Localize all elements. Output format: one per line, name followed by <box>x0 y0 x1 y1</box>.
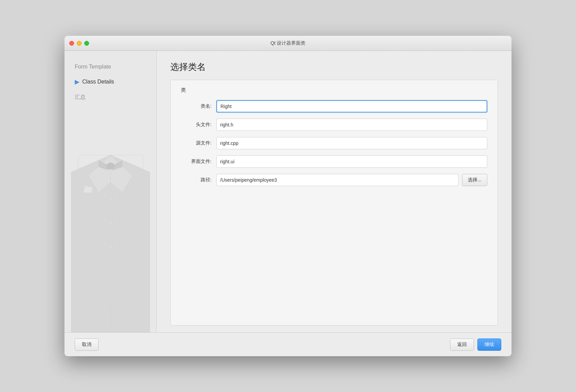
continue-button[interactable]: 继续 <box>477 338 501 351</box>
back-button[interactable]: 返回 <box>450 338 474 351</box>
class-name-label: 类名: <box>181 103 212 109</box>
sidebar-nav: Form Template ▶ Class Details 汇总 <box>64 51 156 113</box>
sidebar-item-class-details[interactable]: ▶ Class Details <box>71 75 149 88</box>
main-window: Qt 设计器界面类 <box>64 36 512 356</box>
ui-file-input[interactable] <box>216 155 487 168</box>
ui-file-label: 界面文件: <box>181 159 212 165</box>
cancel-button[interactable]: 取消 <box>75 338 99 351</box>
sidebar-item-summary[interactable]: 汇总 <box>71 91 149 104</box>
svg-point-7 <box>106 163 115 169</box>
source-file-label: 源文件: <box>181 140 212 146</box>
path-input[interactable] <box>216 174 459 186</box>
source-file-input[interactable] <box>216 137 487 149</box>
minimize-button[interactable] <box>77 41 82 46</box>
class-name-row: 类名: <box>181 100 487 112</box>
summary-label: 汇总 <box>75 94 86 101</box>
bottom-bar: 取消 返回 继续 <box>64 332 512 356</box>
path-label: 路径: <box>181 177 212 183</box>
class-details-label: Class Details <box>82 79 114 85</box>
title-bar: Qt 设计器界面类 <box>64 36 512 51</box>
window-title: Qt 设计器界面类 <box>271 40 306 46</box>
class-name-input[interactable] <box>216 100 487 112</box>
form-template-label: Form Template <box>75 64 111 70</box>
header-file-input[interactable] <box>216 119 487 131</box>
section-label: 类 <box>181 87 487 93</box>
source-file-row: 源文件: <box>181 137 487 149</box>
page-title: 选择类名 <box>170 61 498 73</box>
close-button[interactable] <box>69 41 74 46</box>
ui-file-row: 界面文件: <box>181 155 487 168</box>
sidebar: Form Template ▶ Class Details 汇总 <box>64 51 157 332</box>
path-input-group: 选择... <box>216 174 487 186</box>
header-file-row: 头文件: <box>181 119 487 131</box>
form-panel: 类 类名: 头文件: 源文件: 界面文件: <box>170 80 498 326</box>
traffic-lights <box>69 41 89 46</box>
main-content: 选择类名 类 类名: 头文件: 源文件: <box>157 51 512 332</box>
maximize-button[interactable] <box>84 41 89 46</box>
path-row: 路径: 选择... <box>181 174 487 186</box>
active-arrow-icon: ▶ <box>75 78 80 86</box>
window-body: Form Template ▶ Class Details 汇总 选择类名 类 <box>64 51 512 332</box>
sidebar-item-form-template[interactable]: Form Template <box>71 61 149 73</box>
tuxedo-decoration <box>64 87 157 332</box>
header-file-label: 头文件: <box>181 122 212 128</box>
browse-button[interactable]: 选择... <box>462 174 487 186</box>
